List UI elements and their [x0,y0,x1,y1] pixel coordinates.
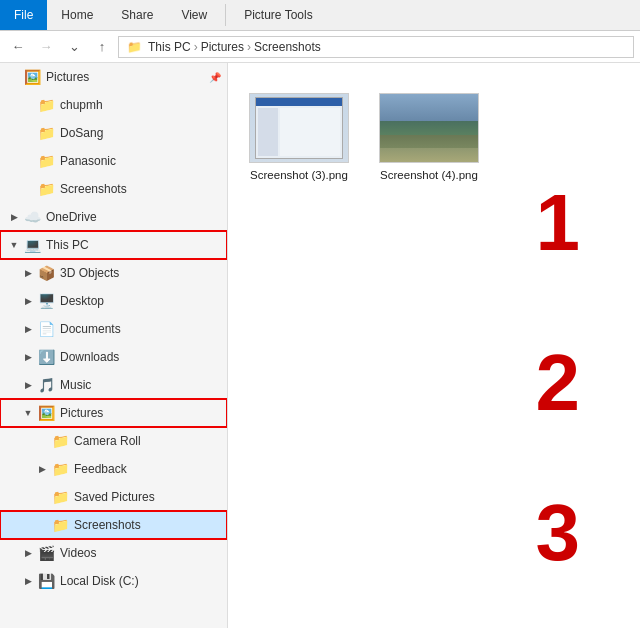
sidebar-item-documents[interactable]: ▶ 📄 Documents [0,315,227,343]
music-icon: 🎵 [38,377,55,393]
sidebar-label-feedback: Feedback [74,462,127,476]
file-item-screenshot4[interactable]: Screenshot (4).png [374,87,484,189]
file-item-screenshot3[interactable]: Screenshot (3).png [244,87,354,189]
desktop-icon: 🖥️ [38,293,55,309]
chevron-thispc: ▼ [8,240,20,250]
sidebar-label-videos: Videos [60,546,96,560]
back-button[interactable]: ← [6,35,30,59]
label-2: 2 [536,343,581,423]
chevron-downloads: ▶ [22,352,34,362]
folder-icon: 📁 [127,40,142,54]
videos-icon: 🎬 [38,545,55,561]
address-bar: ← → ⌄ ↑ 📁 This PC › Pictures › Screensho… [0,31,640,63]
main-layout: 🖼️ Pictures 📌 📁 chupmh 📁 DoSang 📁 Panaso… [0,63,640,628]
file-name-screenshot3: Screenshot (3).png [250,168,348,183]
tab-view[interactable]: View [167,0,221,30]
folder-feedback-icon: 📁 [52,461,69,477]
sidebar-label-documents: Documents [60,322,121,336]
address-path[interactable]: 📁 This PC › Pictures › Screenshots [118,36,634,58]
sidebar-label-screenshots-selected: Screenshots [74,518,141,532]
sidebar-item-camera-roll[interactable]: 📁 Camera Roll [0,427,227,455]
thumb-titlebar [256,98,342,106]
sidebar-label-saved-pictures: Saved Pictures [74,490,155,504]
folder-screenshots-icon: 📁 [52,517,69,533]
sidebar-label-local-disk: Local Disk (C:) [60,574,139,588]
breadcrumb-thispc[interactable]: This PC [148,40,191,54]
picture-tools-label: Picture Tools [230,0,326,30]
breadcrumb-screenshots[interactable]: Screenshots [254,40,321,54]
tab-file[interactable]: File [0,0,47,30]
thumb-content [256,106,342,157]
thumbnail-screenshot3 [249,93,349,163]
chevron-3dobjects: ▶ [22,268,34,278]
sidebar-item-downloads[interactable]: ▶ ⬇️ Downloads [0,343,227,371]
sidebar-item-pictures-pinned[interactable]: 🖼️ Pictures 📌 [0,63,227,91]
folder-chupmh-icon: 📁 [38,97,55,113]
thumb-main [280,108,340,155]
chevron-pictures-thispc: ▼ [22,408,34,418]
folder-saved-pictures-icon: 📁 [52,489,69,505]
thispc-icon: 💻 [24,237,41,253]
recent-button[interactable]: ⌄ [62,35,86,59]
folder-panasonic-icon: 📁 [38,153,55,169]
label-1: 1 [536,183,581,263]
pictures-icon: 🖼️ [24,69,41,85]
sidebar-label-downloads: Downloads [60,350,119,364]
ribbon-tabs: File Home Share View Picture Tools [0,0,640,30]
sidebar-label-desktop: Desktop [60,294,104,308]
sidebar-item-local-disk[interactable]: ▶ 💾 Local Disk (C:) [0,567,227,595]
sidebar-item-3dobjects[interactable]: ▶ 📦 3D Objects [0,259,227,287]
sidebar-label-camera-roll: Camera Roll [74,434,141,448]
sidebar-label-music: Music [60,378,91,392]
folder-camera-roll-icon: 📁 [52,433,69,449]
onedrive-icon: ☁️ [24,209,41,225]
chevron-music: ▶ [22,380,34,390]
forward-button[interactable]: → [34,35,58,59]
file-grid: Screenshot (3).png Screenshot (4).png [244,79,624,189]
chevron-videos: ▶ [22,548,34,558]
up-button[interactable]: ↑ [90,35,114,59]
local-disk-icon: 💾 [38,573,55,589]
sidebar-label-onedrive: OneDrive [46,210,97,224]
ribbon: File Home Share View Picture Tools [0,0,640,31]
tab-share[interactable]: Share [107,0,167,30]
file-name-screenshot4: Screenshot (4).png [380,168,478,183]
thumb-3-inner [255,97,343,158]
sidebar-item-panasonic[interactable]: 📁 Panasonic [0,147,227,175]
sidebar-item-onedrive[interactable]: ▶ ☁️ OneDrive [0,203,227,231]
sidebar: 🖼️ Pictures 📌 📁 chupmh 📁 DoSang 📁 Panaso… [0,63,228,628]
sidebar-label-dosang: DoSang [60,126,103,140]
sidebar-item-dosang[interactable]: 📁 DoSang [0,119,227,147]
chevron-onedrive: ▶ [8,212,20,222]
sidebar-label-3dobjects: 3D Objects [60,266,119,280]
tab-home[interactable]: Home [47,0,107,30]
downloads-icon: ⬇️ [38,349,55,365]
sidebar-item-feedback[interactable]: ▶ 📁 Feedback [0,455,227,483]
sidebar-item-chupmh[interactable]: 📁 chupmh [0,91,227,119]
breadcrumb-pictures[interactable]: Pictures [201,40,244,54]
chevron-local-disk: ▶ [22,576,34,586]
sidebar-item-thispc[interactable]: ▼ 💻 This PC [0,231,227,259]
pin-icon: 📌 [209,72,221,83]
pictures-thispc-icon: 🖼️ [38,405,55,421]
folder-3dobjects-icon: 📦 [38,265,55,281]
chevron-feedback: ▶ [36,464,48,474]
sep1: › [194,40,198,54]
thumb-sidebar [258,108,279,155]
sidebar-item-desktop[interactable]: ▶ 🖥️ Desktop [0,287,227,315]
chevron-documents: ▶ [22,324,34,334]
sidebar-label-screenshots-pinned: Screenshots [60,182,127,196]
sidebar-item-pictures-thispc[interactable]: ▼ 🖼️ Pictures [0,399,227,427]
sidebar-item-screenshots-selected[interactable]: 📁 Screenshots [0,511,227,539]
thumbnail-screenshot4 [379,93,479,163]
sep2: › [247,40,251,54]
sidebar-item-screenshots-pinned[interactable]: 📁 Screenshots [0,175,227,203]
folder-dosang-icon: 📁 [38,125,55,141]
content-area: 1 2 3 Screenshot (3).png [228,63,640,628]
sidebar-item-saved-pictures[interactable]: 📁 Saved Pictures [0,483,227,511]
sidebar-item-music[interactable]: ▶ 🎵 Music [0,371,227,399]
sidebar-item-videos[interactable]: ▶ 🎬 Videos [0,539,227,567]
sidebar-label-chupmh: chupmh [60,98,103,112]
sidebar-label-pictures-pinned: Pictures [46,70,89,84]
sidebar-label-pictures-thispc: Pictures [60,406,103,420]
